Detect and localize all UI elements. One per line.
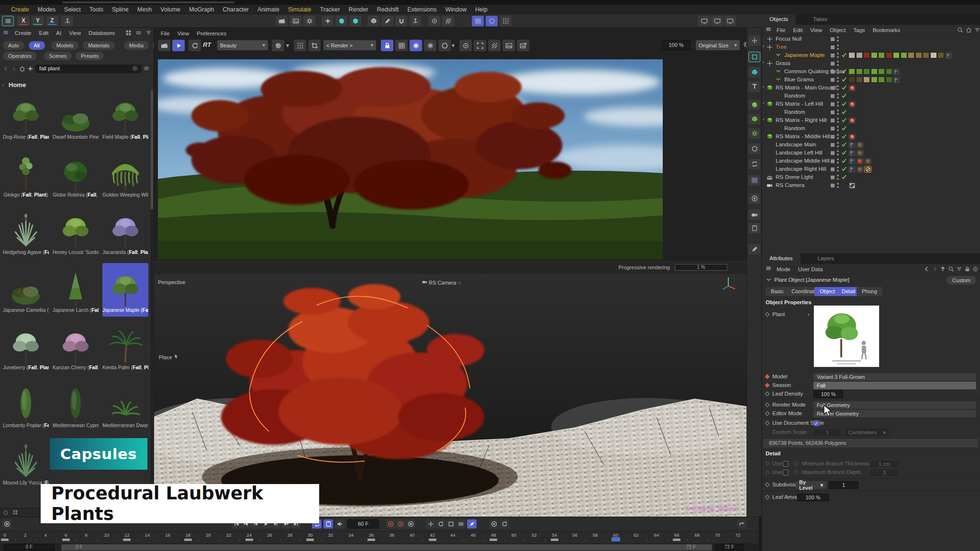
om-menu-bookmarks[interactable]: Bookmarks	[869, 27, 904, 33]
chevron-down-icon[interactable]: ▾	[286, 42, 289, 49]
sphere-tag[interactable]	[857, 166, 864, 173]
material-swatch[interactable]	[878, 68, 885, 75]
leaf-density-field[interactable]: 100 %	[813, 390, 843, 398]
enable-dots[interactable]	[837, 142, 839, 149]
flag-tag[interactable]	[848, 166, 856, 173]
visibility-toggle[interactable]	[831, 86, 835, 90]
menu-redshift[interactable]: Redshift	[372, 6, 403, 13]
grid-tool-button[interactable]	[748, 175, 760, 186]
object-row[interactable]: undefinedRandom	[762, 125, 980, 133]
keyframe-marker[interactable]	[551, 539, 558, 541]
visibility-toggle[interactable]	[831, 70, 835, 74]
material-swatch[interactable]	[908, 52, 914, 58]
attr-tab-phong[interactable]: Phong	[857, 287, 882, 296]
asset-item[interactable]: Ginkgo (Fall, Plant)	[3, 148, 49, 201]
asset-item[interactable]: Mound Lily Yucca (Fall...	[3, 436, 49, 489]
render-menu-file[interactable]: File	[158, 31, 173, 36]
material-swatch[interactable]	[871, 77, 878, 83]
object-row[interactable]: Blue Grama	[762, 76, 980, 84]
object-row[interactable]: +RS Matrix - Right Hill	[762, 117, 980, 125]
visibility-toggle[interactable]	[831, 110, 835, 114]
attr-menu-user-data[interactable]: User Data	[795, 266, 826, 272]
compare-table-button[interactable]	[395, 40, 408, 51]
plant-preview-thumbnail[interactable]	[813, 305, 880, 367]
visibility-toggle[interactable]	[831, 135, 835, 139]
footer-grid-icon[interactable]	[12, 509, 18, 517]
sphere-tag[interactable]	[857, 150, 864, 156]
rssphere-tag[interactable]	[857, 158, 864, 165]
menu-select[interactable]: Select	[60, 6, 85, 13]
enable-dots[interactable]	[837, 85, 839, 92]
material-swatch[interactable]	[871, 52, 878, 58]
history-forward-button[interactable]	[932, 266, 938, 274]
snapshot-button[interactable]	[410, 40, 422, 51]
chevron-right-icon[interactable]: ›	[808, 311, 810, 317]
enable-dots[interactable]	[837, 183, 839, 189]
enabled-check-icon[interactable]	[841, 166, 847, 173]
model-dropdown[interactable]: Variant 3 Full-Grown	[813, 373, 976, 381]
visibility-toggle[interactable]	[831, 119, 835, 122]
render-mode-dropdown[interactable]: Full Geometry	[813, 401, 976, 409]
enable-dots[interactable]	[837, 93, 839, 100]
material-button[interactable]	[335, 16, 347, 26]
visibility-toggle[interactable]	[831, 78, 835, 82]
menu-modes[interactable]: Modes	[33, 6, 60, 13]
enabled-check-icon[interactable]	[841, 133, 847, 141]
image-b-button[interactable]	[517, 40, 529, 51]
magnet-tool-button[interactable]	[395, 16, 407, 26]
enabled-check-icon[interactable]	[841, 101, 847, 108]
keyframe-marker[interactable]	[1, 539, 9, 541]
circle-select-button[interactable]	[438, 40, 451, 51]
attr-target-button[interactable]	[972, 266, 979, 274]
viewport-label[interactable]: Perspective	[158, 279, 185, 285]
asset-item[interactable]: Mediterranean Cypres...	[53, 378, 99, 432]
render-button[interactable]	[290, 16, 301, 26]
material-swatch[interactable]	[856, 68, 863, 75]
render-film-button[interactable]	[158, 40, 170, 51]
camera-label[interactable]: RS Camera ○	[422, 279, 461, 286]
rt-label[interactable]: RT	[203, 41, 211, 48]
asset-item[interactable]: Lombardy Poplar (Fall...	[3, 378, 49, 432]
expand-toggle[interactable]: +	[762, 117, 765, 122]
enabled-check-icon[interactable]	[841, 52, 847, 59]
material-swatch[interactable]	[856, 77, 863, 83]
material-swatch[interactable]	[863, 52, 870, 58]
alpha-grid-button[interactable]	[294, 40, 306, 51]
axis-z-button[interactable]: Z	[46, 16, 58, 26]
enable-dots[interactable]	[837, 77, 839, 84]
asset-item[interactable]: Mediterranean Dwarf ...	[102, 378, 148, 432]
object-row[interactable]: undefinedLandscape Main	[762, 141, 980, 149]
enable-dots[interactable]	[837, 53, 839, 59]
rgb-channel-button[interactable]	[272, 40, 284, 51]
om-menu-file[interactable]: File	[773, 27, 789, 33]
image-a-button[interactable]	[502, 40, 515, 51]
menu-tools[interactable]: Tools	[85, 6, 108, 13]
om-filter-button[interactable]	[974, 27, 980, 34]
enable-dots[interactable]	[837, 118, 839, 124]
leaf-amount-field[interactable]: 100 %	[797, 494, 829, 501]
material-swatch[interactable]	[937, 52, 944, 58]
model-tool-button[interactable]	[368, 16, 379, 26]
season-dropdown[interactable]: Fall	[813, 382, 976, 389]
keyframe-marker[interactable]	[429, 539, 436, 541]
tab-attributes[interactable]: Attributes	[762, 253, 801, 264]
asset-item[interactable]: Jacaranda (Fall, Plant)	[102, 205, 148, 259]
visibility-toggle[interactable]	[831, 102, 835, 106]
object-row[interactable]: +RS Matrix - Left Hill	[762, 100, 980, 109]
loop-tool-button[interactable]	[748, 159, 760, 169]
enabled-check-icon[interactable]	[841, 117, 847, 124]
expand-toggle[interactable]: +	[762, 44, 765, 49]
size-dropdown[interactable]: Original Size▾	[696, 40, 740, 50]
asset-item[interactable]: Honey Locust 'Sunbur...	[53, 205, 99, 259]
rs-tag[interactable]	[848, 133, 856, 140]
om-search-button[interactable]	[957, 27, 963, 34]
clipboard-tool-button[interactable]	[748, 223, 760, 233]
menu-render[interactable]: Render	[344, 6, 372, 13]
keyframe-marker[interactable]	[184, 539, 192, 541]
enable-dots[interactable]	[837, 69, 839, 76]
material-swatch[interactable]	[915, 52, 922, 58]
render-menu-preferences[interactable]: Preferences	[194, 31, 229, 36]
flag-tag[interactable]	[893, 68, 900, 75]
object-row[interactable]: +Grass	[762, 60, 980, 68]
timeline-ruler[interactable]: 0246810121416182022242628303234363840424…	[0, 531, 759, 543]
